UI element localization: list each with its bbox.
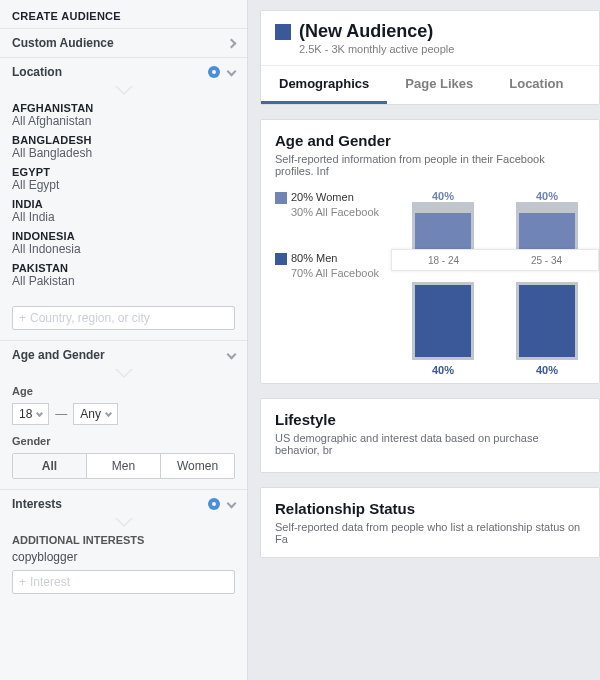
bar-men bbox=[415, 285, 471, 357]
age-axis: 18 - 24 25 - 34 bbox=[391, 249, 599, 271]
gear-icon[interactable] bbox=[208, 66, 220, 78]
panel-title: Age and Gender bbox=[275, 132, 585, 149]
bar-col: 40% 40% bbox=[405, 202, 481, 360]
interests-label: Interests bbox=[12, 497, 62, 511]
tab-page-likes[interactable]: Page Likes bbox=[387, 66, 491, 104]
age-gender-notch bbox=[0, 369, 247, 379]
panel-title: Relationship Status bbox=[275, 500, 585, 517]
panel-subtitle: Self-reported information from people in… bbox=[275, 153, 585, 177]
audience-card: (New Audience) 2.5K - 3K monthly active … bbox=[260, 10, 600, 105]
location-scope[interactable]: All Afghanistan bbox=[12, 114, 235, 128]
audience-subtitle: 2.5K - 3K monthly active people bbox=[299, 43, 454, 55]
gender-men-button[interactable]: Men bbox=[86, 454, 160, 478]
gender-segmented: All Men Women bbox=[12, 453, 235, 479]
gender-women-button[interactable]: Women bbox=[160, 454, 234, 478]
custom-audience-row[interactable]: Custom Audience bbox=[0, 28, 247, 57]
chart-legend: 20% Women 30% All Facebook 80% Men 70% A… bbox=[275, 191, 395, 371]
age-from-select[interactable]: 18 bbox=[12, 403, 49, 425]
tab-location[interactable]: Location bbox=[491, 66, 581, 104]
location-country: BANGLADESH bbox=[12, 134, 235, 146]
legend-women-sub: 30% All Facebook bbox=[291, 206, 395, 218]
age-gender-row[interactable]: Age and Gender bbox=[0, 340, 247, 369]
location-input[interactable]: +Country, region, or city bbox=[12, 306, 235, 330]
age-gender-label: Age and Gender bbox=[12, 348, 105, 362]
bar-men bbox=[519, 285, 575, 357]
chart-bars: 40% 40% 40% 40% bbox=[405, 191, 585, 371]
audience-color-swatch bbox=[275, 24, 291, 40]
tabs: Demographics Page Likes Location bbox=[261, 65, 599, 104]
location-scope[interactable]: All India bbox=[12, 210, 235, 224]
interests-notch bbox=[0, 518, 247, 528]
interest-input-placeholder: Interest bbox=[30, 575, 70, 589]
location-country: PAKISTAN bbox=[12, 262, 235, 274]
location-notch bbox=[0, 86, 247, 96]
panel-subtitle: Self-reported data from people who list … bbox=[275, 521, 585, 545]
age-to-select[interactable]: Any bbox=[73, 403, 118, 425]
legend-women: 20% Women bbox=[291, 191, 354, 203]
custom-audience-label: Custom Audience bbox=[12, 36, 114, 50]
panel-subtitle: US demographic and interest data based o… bbox=[275, 432, 585, 456]
plus-icon: + bbox=[19, 311, 26, 325]
sidebar: CREATE AUDIENCE Custom Audience Location… bbox=[0, 0, 248, 680]
location-scope[interactable]: All Indonesia bbox=[12, 242, 235, 256]
location-label: Location bbox=[12, 65, 62, 79]
bar-women-label: 40% bbox=[432, 190, 454, 202]
men-swatch bbox=[275, 253, 287, 265]
location-list: AFGHANISTANAll Afghanistan BANGLADESHAll… bbox=[0, 96, 247, 300]
location-country: EGYPT bbox=[12, 166, 235, 178]
interest-input[interactable]: +Interest bbox=[12, 570, 235, 594]
location-scope[interactable]: All Bangladesh bbox=[12, 146, 235, 160]
location-row[interactable]: Location bbox=[0, 57, 247, 86]
age-gender-panel: Age and Gender Self-reported information… bbox=[260, 119, 600, 384]
bar-col: 40% 40% bbox=[509, 202, 585, 360]
panel-title: Lifestyle bbox=[275, 411, 585, 428]
location-scope[interactable]: All Egypt bbox=[12, 178, 235, 192]
audience-title: (New Audience) bbox=[299, 21, 454, 42]
chevron-down-icon bbox=[36, 409, 43, 416]
axis-tick: 18 - 24 bbox=[428, 255, 459, 266]
chevron-down-icon bbox=[105, 409, 112, 416]
gear-icon[interactable] bbox=[208, 498, 220, 510]
interest-item[interactable]: copyblogger bbox=[12, 550, 235, 564]
axis-tick: 25 - 34 bbox=[531, 255, 562, 266]
chevron-down-icon bbox=[227, 66, 237, 76]
chevron-down-icon bbox=[227, 498, 237, 508]
chevron-right-icon bbox=[227, 38, 237, 48]
bar-men-bg bbox=[516, 282, 578, 360]
legend-men-sub: 70% All Facebook bbox=[291, 267, 395, 279]
sidebar-header: CREATE AUDIENCE bbox=[0, 0, 247, 28]
bar-men-bg bbox=[412, 282, 474, 360]
interests-row[interactable]: Interests bbox=[0, 489, 247, 518]
location-country: INDIA bbox=[12, 198, 235, 210]
age-gender-chart: 20% Women 30% All Facebook 80% Men 70% A… bbox=[275, 191, 585, 371]
chevron-down-icon bbox=[227, 349, 237, 359]
dash: — bbox=[55, 407, 67, 421]
relationship-panel: Relationship Status Self-reported data f… bbox=[260, 487, 600, 558]
location-country: INDONESIA bbox=[12, 230, 235, 242]
age-block: Age 18 — Any Gender All Men Women bbox=[0, 379, 247, 489]
gender-all-button[interactable]: All bbox=[13, 454, 86, 478]
bar-men-label: 40% bbox=[536, 364, 558, 376]
lifestyle-panel: Lifestyle US demographic and interest da… bbox=[260, 398, 600, 473]
women-swatch bbox=[275, 192, 287, 204]
location-country: AFGHANISTAN bbox=[12, 102, 235, 114]
bar-women-label: 40% bbox=[536, 190, 558, 202]
additional-interests-label: ADDITIONAL INTERESTS bbox=[0, 528, 247, 548]
plus-icon: + bbox=[19, 575, 26, 589]
legend-men: 80% Men bbox=[291, 252, 337, 264]
age-label: Age bbox=[12, 385, 235, 397]
interests-list: copyblogger bbox=[0, 548, 247, 570]
bar-men-label: 40% bbox=[432, 364, 454, 376]
location-input-placeholder: Country, region, or city bbox=[30, 311, 150, 325]
main: (New Audience) 2.5K - 3K monthly active … bbox=[248, 0, 600, 680]
location-scope[interactable]: All Pakistan bbox=[12, 274, 235, 288]
gender-label: Gender bbox=[12, 435, 235, 447]
tab-demographics[interactable]: Demographics bbox=[261, 66, 387, 104]
